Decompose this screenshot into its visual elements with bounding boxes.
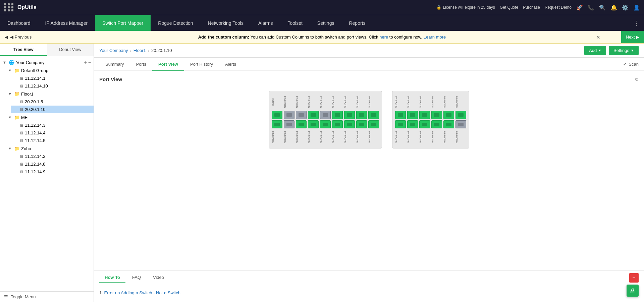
nav-more-icon[interactable]: ⋮: [629, 19, 644, 27]
port[interactable]: [419, 111, 430, 119]
how-to-item[interactable]: Error on Adding a Switch - Not a Switch: [99, 289, 639, 296]
port[interactable]: [320, 111, 331, 119]
port[interactable]: [419, 120, 430, 128]
collapse-bottom-button[interactable]: −: [629, 273, 639, 283]
tree-group-default[interactable]: ▼ 📁 Default Group: [5, 66, 94, 74]
port[interactable]: [431, 111, 442, 119]
grid-menu-icon[interactable]: [4, 3, 14, 11]
breadcrumb-company[interactable]: Your Company: [99, 48, 128, 53]
nav-networking-tools[interactable]: Networking Tools: [201, 15, 251, 31]
port[interactable]: [296, 120, 307, 128]
tree-item-11-12-14-10[interactable]: 🖥 11.12.14.10: [11, 82, 94, 90]
port-label: NotDefined: [320, 95, 331, 110]
tree-group-floor1[interactable]: ▼ 📁 Floor1: [5, 90, 94, 98]
port-label: NotDefined: [344, 130, 355, 145]
tab-donut-view[interactable]: Donut View: [47, 44, 94, 56]
phone-icon[interactable]: 📞: [588, 4, 594, 11]
port[interactable]: [308, 111, 319, 119]
port[interactable]: [272, 111, 282, 119]
close-notification-icon[interactable]: ✕: [596, 35, 600, 40]
toggle-menu-button[interactable]: ☰ Toggle Menu: [0, 291, 94, 302]
bottom-tab-how-to[interactable]: How To: [99, 273, 125, 283]
port[interactable]: [455, 111, 466, 119]
settings-button[interactable]: Settings ▼: [609, 46, 639, 55]
user-icon[interactable]: 👤: [633, 4, 640, 11]
tab-alerts[interactable]: Alerts: [219, 58, 242, 71]
port[interactable]: [443, 120, 454, 128]
nav-dashboard[interactable]: Dashboard: [0, 15, 38, 31]
port[interactable]: [284, 111, 294, 119]
search-icon[interactable]: 🔍: [599, 4, 606, 11]
port[interactable]: [443, 111, 454, 119]
top-bar: OpUtils 🔒 License will expire in 25 days…: [0, 0, 644, 15]
port[interactable]: [368, 120, 379, 128]
collapse-icon: ▼: [8, 115, 13, 119]
port[interactable]: [368, 111, 379, 119]
port[interactable]: [431, 120, 442, 128]
port[interactable]: [332, 120, 343, 128]
tab-port-view[interactable]: Port View: [152, 58, 184, 71]
refresh-icon[interactable]: ↻: [635, 77, 639, 82]
gear-icon[interactable]: ⚙️: [622, 4, 629, 11]
tab-port-history[interactable]: Port History: [184, 58, 219, 71]
port[interactable]: [284, 120, 294, 128]
tree-item-11-12-14-3[interactable]: 🖥 11.12.14.3: [11, 121, 94, 129]
port[interactable]: [356, 111, 367, 119]
port[interactable]: [407, 120, 418, 128]
port[interactable]: [395, 120, 406, 128]
nav-switch-port-mapper[interactable]: Switch Port Mapper: [95, 15, 151, 31]
get-quote-link[interactable]: Get Quote: [500, 5, 518, 10]
breadcrumb-folder[interactable]: Floor1: [133, 48, 146, 53]
tree-item-11-12-14-9[interactable]: 🖥 11.12.14.9: [11, 168, 94, 176]
port[interactable]: [356, 120, 367, 128]
port[interactable]: [344, 111, 355, 119]
port[interactable]: [332, 111, 343, 119]
minus-icon[interactable]: −: [88, 60, 91, 65]
print-button[interactable]: 🖨: [627, 285, 639, 297]
sidebar-tree: ▼ 🌐 Your Company + − ▼ 📁 Default Group: [0, 56, 94, 291]
bottom-tab-video[interactable]: Video: [148, 273, 169, 283]
nav-settings[interactable]: Settings: [310, 15, 342, 31]
tree-item-20-20-1-5[interactable]: 🖥 20.20.1.5: [11, 98, 94, 106]
tree-item-11-12-14-8[interactable]: 🖥 11.12.14.8: [11, 160, 94, 168]
learn-more-link[interactable]: Learn more: [424, 35, 446, 40]
device-icon: 🖥: [19, 123, 23, 128]
port[interactable]: [407, 111, 418, 119]
nav-reports[interactable]: Reports: [341, 15, 373, 31]
tree-group-zoho[interactable]: ▼ 📁 Zoho: [5, 144, 94, 153]
tree-item-11-12-14-5[interactable]: 🖥 11.12.14.5: [11, 137, 94, 144]
nav-toolset[interactable]: Toolset: [280, 15, 310, 31]
tree-item-11-12-14-4[interactable]: 🖥 11.12.14.4: [11, 129, 94, 137]
tree-group-me[interactable]: ▼ 📁 ME: [5, 113, 94, 121]
port[interactable]: [395, 111, 406, 119]
notification-link[interactable]: here: [379, 35, 388, 40]
add-icon[interactable]: +: [84, 60, 87, 65]
port[interactable]: [344, 120, 355, 128]
next-button[interactable]: Next ▶: [621, 31, 644, 43]
purchase-link[interactable]: Purchase: [523, 5, 540, 10]
default-group-section: ▼ 📁 Default Group 🖥 11.12.14.1 🖥 11.12.1…: [0, 66, 94, 90]
tab-summary[interactable]: Summary: [99, 58, 130, 71]
breadcrumb-bar: Your Company › Floor1 › 20.20.1.10 Add ▼…: [94, 44, 644, 58]
port[interactable]: [308, 120, 319, 128]
tree-item-11-12-14-1[interactable]: 🖥 11.12.14.1: [11, 74, 94, 82]
tree-item-11-12-14-2[interactable]: 🖥 11.12.14.2: [11, 153, 94, 160]
request-demo-link[interactable]: Request Demo: [545, 5, 572, 10]
tree-root-your-company[interactable]: ▼ 🌐 Your Company + −: [0, 58, 94, 66]
bell-icon[interactable]: 🔔: [610, 4, 617, 11]
bottom-tab-faq[interactable]: FAQ: [127, 273, 146, 283]
nav-alarms[interactable]: Alarms: [251, 15, 280, 31]
port[interactable]: [455, 120, 466, 128]
rocket-icon[interactable]: 🚀: [576, 4, 583, 11]
port[interactable]: [296, 111, 307, 119]
port[interactable]: [272, 120, 282, 128]
tree-item-20-20-1-10[interactable]: 🖥 20.20.1.10: [11, 106, 94, 113]
previous-button[interactable]: ◀ ◀ Previous: [0, 31, 36, 43]
tab-ports[interactable]: Ports: [130, 58, 152, 71]
tab-tree-view[interactable]: Tree View: [0, 44, 47, 56]
nav-rogue-detection[interactable]: Rogue Detection: [151, 15, 200, 31]
scan-button[interactable]: ⤢ Scan: [623, 62, 639, 67]
add-button[interactable]: Add ▼: [584, 46, 606, 55]
port[interactable]: [320, 120, 331, 128]
nav-ip-address-manager[interactable]: IP Address Manager: [38, 15, 95, 31]
